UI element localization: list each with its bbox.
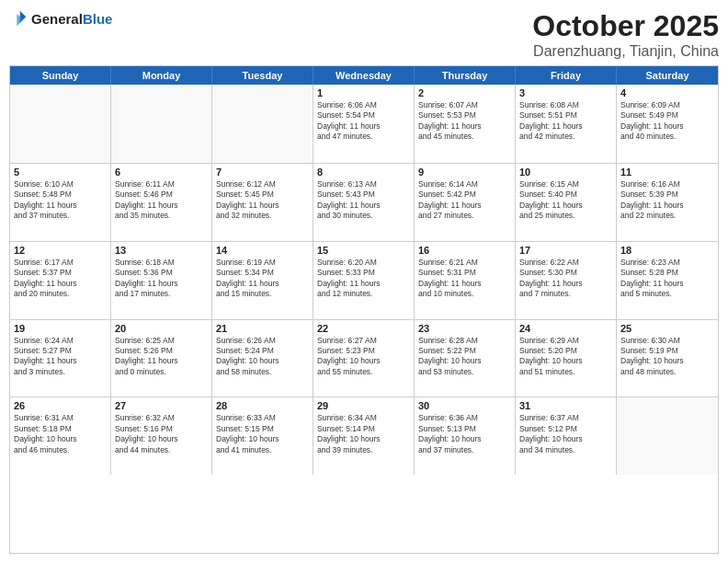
day-number: 24 — [519, 323, 612, 334]
calendar: SundayMondayTuesdayWednesdayThursdayFrid… — [9, 65, 719, 554]
day-number: 9 — [418, 167, 511, 178]
day-number: 10 — [519, 167, 612, 178]
day-number: 6 — [115, 167, 208, 178]
day-number: 15 — [317, 245, 410, 256]
day-info: Sunrise: 6:34 AM Sunset: 5:14 PM Dayligh… — [317, 413, 410, 455]
day-number: 31 — [519, 400, 612, 411]
day-info: Sunrise: 6:33 AM Sunset: 5:15 PM Dayligh… — [216, 413, 309, 455]
day-info: Sunrise: 6:19 AM Sunset: 5:34 PM Dayligh… — [216, 258, 309, 300]
day-number: 1 — [317, 87, 410, 98]
header: GeneralBlue October 2025 Darenzhuang, Ti… — [9, 9, 719, 60]
day-info: Sunrise: 6:32 AM Sunset: 5:16 PM Dayligh… — [115, 413, 208, 455]
day-number: 16 — [418, 245, 511, 256]
calendar-cell: 10Sunrise: 6:15 AM Sunset: 5:40 PM Dayli… — [516, 164, 617, 241]
calendar-cell: 15Sunrise: 6:20 AM Sunset: 5:33 PM Dayli… — [313, 242, 415, 319]
calendar-cell: 25Sunrise: 6:30 AM Sunset: 5:19 PM Dayli… — [617, 320, 718, 397]
calendar-cell: 17Sunrise: 6:22 AM Sunset: 5:30 PM Dayli… — [516, 242, 617, 319]
calendar-cell: 5Sunrise: 6:10 AM Sunset: 5:48 PM Daylig… — [10, 164, 111, 241]
calendar-row-2: 5Sunrise: 6:10 AM Sunset: 5:48 PM Daylig… — [10, 163, 718, 241]
day-number: 25 — [620, 323, 714, 334]
calendar-cell: 8Sunrise: 6:13 AM Sunset: 5:43 PM Daylig… — [313, 164, 415, 241]
calendar-cell — [212, 85, 313, 163]
day-info: Sunrise: 6:07 AM Sunset: 5:53 PM Dayligh… — [418, 100, 511, 143]
calendar-cell: 22Sunrise: 6:27 AM Sunset: 5:23 PM Dayli… — [313, 320, 415, 397]
header-day-thursday: Thursday — [415, 66, 516, 85]
day-info: Sunrise: 6:25 AM Sunset: 5:26 PM Dayligh… — [115, 336, 208, 378]
day-info: Sunrise: 6:28 AM Sunset: 5:22 PM Dayligh… — [418, 336, 511, 378]
location-title: Darenzhuang, Tianjin, China — [532, 43, 719, 60]
day-info: Sunrise: 6:10 AM Sunset: 5:48 PM Dayligh… — [14, 179, 107, 222]
calendar-cell: 14Sunrise: 6:19 AM Sunset: 5:34 PM Dayli… — [212, 242, 313, 319]
header-day-monday: Monday — [111, 66, 212, 85]
day-number: 20 — [115, 323, 208, 334]
day-info: Sunrise: 6:08 AM Sunset: 5:51 PM Dayligh… — [519, 100, 612, 143]
calendar-cell: 19Sunrise: 6:24 AM Sunset: 5:27 PM Dayli… — [10, 320, 111, 397]
calendar-header: SundayMondayTuesdayWednesdayThursdayFrid… — [10, 66, 718, 85]
day-info: Sunrise: 6:37 AM Sunset: 5:12 PM Dayligh… — [519, 413, 612, 455]
calendar-cell: 4Sunrise: 6:09 AM Sunset: 5:49 PM Daylig… — [617, 85, 718, 163]
day-number: 19 — [14, 323, 107, 334]
day-number: 23 — [418, 323, 511, 334]
day-number: 3 — [519, 87, 612, 98]
day-number: 26 — [14, 400, 107, 411]
calendar-cell: 31Sunrise: 6:37 AM Sunset: 5:12 PM Dayli… — [516, 397, 617, 475]
logo-text: GeneralBlue — [31, 11, 112, 27]
day-info: Sunrise: 6:16 AM Sunset: 5:39 PM Dayligh… — [620, 179, 714, 222]
calendar-cell: 18Sunrise: 6:23 AM Sunset: 5:28 PM Dayli… — [617, 242, 718, 319]
calendar-cell: 21Sunrise: 6:26 AM Sunset: 5:24 PM Dayli… — [212, 320, 313, 397]
header-day-tuesday: Tuesday — [212, 66, 313, 85]
calendar-cell: 2Sunrise: 6:07 AM Sunset: 5:53 PM Daylig… — [415, 85, 516, 163]
day-number: 21 — [216, 323, 309, 334]
calendar-cell: 26Sunrise: 6:31 AM Sunset: 5:18 PM Dayli… — [10, 397, 111, 475]
day-number: 4 — [620, 87, 714, 98]
day-number: 30 — [418, 400, 511, 411]
calendar-cell: 23Sunrise: 6:28 AM Sunset: 5:22 PM Dayli… — [415, 320, 516, 397]
calendar-cell — [111, 85, 212, 163]
day-number: 7 — [216, 167, 309, 178]
day-number: 27 — [115, 400, 208, 411]
calendar-cell: 6Sunrise: 6:11 AM Sunset: 5:46 PM Daylig… — [111, 164, 212, 241]
calendar-cell: 27Sunrise: 6:32 AM Sunset: 5:16 PM Dayli… — [111, 397, 212, 475]
day-info: Sunrise: 6:12 AM Sunset: 5:45 PM Dayligh… — [216, 179, 309, 222]
day-info: Sunrise: 6:31 AM Sunset: 5:18 PM Dayligh… — [14, 413, 107, 455]
calendar-cell: 28Sunrise: 6:33 AM Sunset: 5:15 PM Dayli… — [212, 397, 313, 475]
day-info: Sunrise: 6:24 AM Sunset: 5:27 PM Dayligh… — [14, 336, 107, 378]
calendar-body: 1Sunrise: 6:06 AM Sunset: 5:54 PM Daylig… — [10, 85, 718, 553]
calendar-cell: 24Sunrise: 6:29 AM Sunset: 5:20 PM Dayli… — [516, 320, 617, 397]
day-info: Sunrise: 6:06 AM Sunset: 5:54 PM Dayligh… — [317, 100, 410, 143]
calendar-cell: 20Sunrise: 6:25 AM Sunset: 5:26 PM Dayli… — [111, 320, 212, 397]
calendar-row-4: 19Sunrise: 6:24 AM Sunset: 5:27 PM Dayli… — [10, 319, 718, 397]
calendar-cell: 1Sunrise: 6:06 AM Sunset: 5:54 PM Daylig… — [313, 85, 415, 163]
day-info: Sunrise: 6:20 AM Sunset: 5:33 PM Dayligh… — [317, 258, 410, 300]
day-number: 8 — [317, 167, 410, 178]
day-info: Sunrise: 6:14 AM Sunset: 5:42 PM Dayligh… — [418, 179, 511, 222]
header-day-sunday: Sunday — [10, 66, 111, 85]
title-block: October 2025 Darenzhuang, Tianjin, China — [532, 9, 719, 60]
day-number: 22 — [317, 323, 410, 334]
day-info: Sunrise: 6:21 AM Sunset: 5:31 PM Dayligh… — [418, 258, 511, 300]
calendar-cell: 11Sunrise: 6:16 AM Sunset: 5:39 PM Dayli… — [617, 164, 718, 241]
calendar-cell: 30Sunrise: 6:36 AM Sunset: 5:13 PM Dayli… — [415, 397, 516, 475]
day-info: Sunrise: 6:29 AM Sunset: 5:20 PM Dayligh… — [519, 336, 612, 378]
day-info: Sunrise: 6:30 AM Sunset: 5:19 PM Dayligh… — [620, 336, 714, 378]
calendar-cell: 3Sunrise: 6:08 AM Sunset: 5:51 PM Daylig… — [516, 85, 617, 163]
calendar-cell: 13Sunrise: 6:18 AM Sunset: 5:36 PM Dayli… — [111, 242, 212, 319]
day-info: Sunrise: 6:09 AM Sunset: 5:49 PM Dayligh… — [620, 100, 714, 143]
calendar-row-5: 26Sunrise: 6:31 AM Sunset: 5:18 PM Dayli… — [10, 396, 718, 475]
day-number: 2 — [418, 87, 511, 98]
calendar-cell: 16Sunrise: 6:21 AM Sunset: 5:31 PM Dayli… — [415, 242, 516, 319]
day-number: 13 — [115, 245, 208, 256]
calendar-cell: 29Sunrise: 6:34 AM Sunset: 5:14 PM Dayli… — [313, 397, 415, 475]
calendar-cell — [617, 397, 718, 475]
logo-icon — [9, 9, 28, 28]
day-number: 18 — [620, 245, 714, 256]
day-number: 11 — [620, 167, 714, 178]
day-number: 14 — [216, 245, 309, 256]
day-info: Sunrise: 6:22 AM Sunset: 5:30 PM Dayligh… — [519, 258, 612, 300]
header-day-saturday: Saturday — [617, 66, 718, 85]
month-title: October 2025 — [532, 9, 719, 43]
day-info: Sunrise: 6:23 AM Sunset: 5:28 PM Dayligh… — [620, 258, 714, 300]
day-number: 5 — [14, 167, 107, 178]
calendar-cell: 9Sunrise: 6:14 AM Sunset: 5:42 PM Daylig… — [415, 164, 516, 241]
day-info: Sunrise: 6:17 AM Sunset: 5:37 PM Dayligh… — [14, 258, 107, 300]
